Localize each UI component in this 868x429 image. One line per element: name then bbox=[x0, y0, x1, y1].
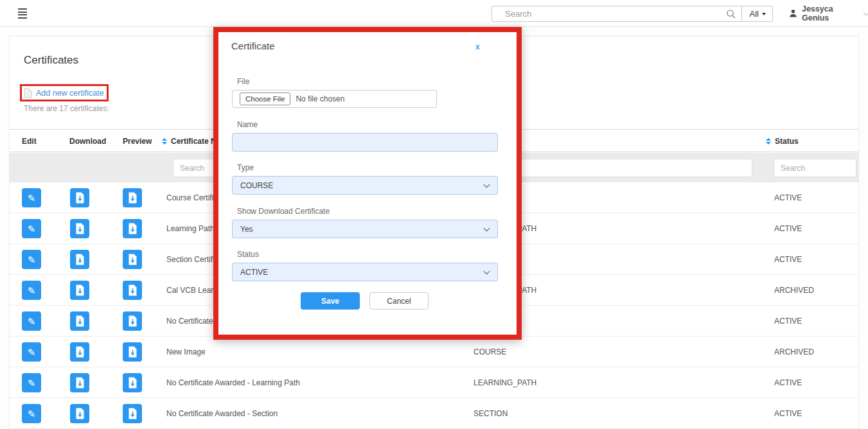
preview-button[interactable] bbox=[123, 250, 142, 269]
add-certificate-link[interactable]: Add new certificate bbox=[24, 88, 104, 98]
certificate-status: ACTIVE bbox=[774, 367, 802, 398]
file-download-icon bbox=[128, 408, 137, 419]
download-button[interactable] bbox=[70, 311, 89, 331]
edit-button[interactable]: ✎ bbox=[22, 311, 41, 331]
pencil-icon: ✎ bbox=[28, 347, 36, 357]
download-button[interactable] bbox=[70, 281, 89, 300]
choose-file-button[interactable]: Choose File bbox=[240, 92, 290, 105]
preview-button[interactable] bbox=[123, 404, 142, 423]
add-certificate-label: Add new certificate bbox=[36, 89, 104, 98]
download-button[interactable] bbox=[70, 219, 89, 238]
file-icon bbox=[24, 88, 32, 98]
download-button[interactable] bbox=[70, 188, 89, 207]
file-download-icon bbox=[128, 192, 137, 204]
chevron-down-icon bbox=[864, 10, 868, 15]
name-field[interactable] bbox=[232, 133, 498, 152]
edit-button[interactable]: ✎ bbox=[22, 250, 41, 269]
close-icon[interactable]: x bbox=[475, 42, 480, 51]
file-download-icon bbox=[75, 377, 85, 389]
chevron-down-icon bbox=[484, 182, 490, 188]
certificates-page: All Jessyca Genius Certificates Add new … bbox=[0, 0, 868, 429]
preview-button[interactable] bbox=[123, 311, 142, 331]
file-download-icon bbox=[128, 377, 137, 389]
show-download-select-value: Yes bbox=[240, 225, 253, 234]
preview-button[interactable] bbox=[123, 219, 142, 238]
header-status[interactable]: Status bbox=[766, 130, 799, 153]
certificate-status: ACTIVE bbox=[774, 213, 802, 244]
no-file-chosen-text: No file chosen bbox=[296, 94, 344, 103]
header-preview: Preview bbox=[123, 130, 152, 153]
certificate-name: Cal VCB Learn bbox=[166, 275, 218, 306]
scope-label: All bbox=[750, 9, 759, 19]
certificate-name: No Certificate Awarded - Learning Path bbox=[166, 367, 300, 398]
table-row: ✎ New Image COURSE ARCHIVED bbox=[10, 337, 858, 367]
file-download-icon bbox=[128, 346, 137, 358]
pencil-icon: ✎ bbox=[28, 317, 36, 326]
certificate-status: ACTIVE bbox=[774, 306, 802, 337]
search-icon[interactable] bbox=[726, 9, 736, 19]
certificate-name: No Certificate bbox=[166, 306, 213, 337]
edit-button[interactable]: ✎ bbox=[22, 188, 41, 207]
certificate-status: ARCHIVED bbox=[774, 275, 814, 306]
user-menu[interactable]: Jessyca Genius bbox=[789, 6, 868, 21]
download-button[interactable] bbox=[70, 373, 89, 392]
file-download-icon bbox=[75, 192, 85, 204]
topbar: All Jessyca Genius bbox=[0, 0, 868, 27]
preview-button[interactable] bbox=[123, 281, 142, 300]
download-button[interactable] bbox=[70, 404, 89, 423]
search-scope-dropdown[interactable]: All bbox=[742, 6, 772, 21]
preview-button[interactable] bbox=[123, 342, 142, 362]
edit-button[interactable]: ✎ bbox=[22, 373, 41, 392]
edit-button[interactable]: ✎ bbox=[22, 219, 41, 238]
chevron-down-icon bbox=[484, 268, 490, 275]
file-download-icon bbox=[75, 408, 85, 419]
status-select-value: ACTIVE bbox=[240, 268, 268, 277]
certificate-modal: Certificate x File Choose File No file c… bbox=[213, 27, 522, 340]
certificate-name: Section Certifi bbox=[166, 244, 215, 275]
header-download: Download bbox=[69, 130, 106, 153]
header-edit: Edit bbox=[22, 130, 37, 153]
status-label: Status bbox=[237, 250, 259, 259]
file-download-icon bbox=[128, 254, 137, 265]
show-download-label: Show Download Certificate bbox=[237, 207, 330, 216]
search-input[interactable] bbox=[492, 6, 726, 21]
show-download-select[interactable]: Yes bbox=[232, 220, 498, 238]
add-certificate-highlight: Add new certificate bbox=[20, 84, 109, 101]
pencil-icon: ✎ bbox=[28, 224, 36, 234]
table-row: ✎ No Certificate Awarded - Learning Path… bbox=[10, 367, 858, 398]
file-input[interactable]: Choose File No file chosen bbox=[232, 90, 437, 108]
cancel-button[interactable]: Cancel bbox=[369, 292, 429, 310]
save-button[interactable]: Save bbox=[301, 292, 360, 310]
user-name: Jessyca Genius bbox=[802, 4, 858, 22]
file-download-icon bbox=[75, 346, 85, 358]
edit-button[interactable]: ✎ bbox=[22, 404, 41, 423]
edit-button[interactable]: ✎ bbox=[22, 342, 41, 362]
page-title: Certificates bbox=[24, 54, 78, 67]
certificates-count: There are 17 certificates: bbox=[24, 104, 109, 113]
file-label: File bbox=[237, 77, 249, 86]
preview-button[interactable] bbox=[123, 188, 142, 207]
download-button[interactable] bbox=[70, 250, 89, 269]
file-download-icon bbox=[75, 254, 85, 265]
sort-icon bbox=[162, 138, 167, 144]
download-button[interactable] bbox=[70, 342, 89, 362]
status-select[interactable]: ACTIVE bbox=[232, 263, 498, 281]
table-row: ✎ No Certificate Awarded - Section SECTI… bbox=[10, 398, 858, 429]
certificate-name: Learning Path bbox=[166, 213, 215, 244]
file-download-icon bbox=[128, 315, 137, 327]
file-download-icon bbox=[128, 285, 137, 296]
type-label: Type bbox=[237, 163, 254, 172]
certificate-status: ACTIVE bbox=[774, 398, 802, 429]
certificate-name: Course Certific bbox=[166, 182, 217, 213]
filter-status[interactable] bbox=[774, 159, 856, 177]
caret-down-icon bbox=[762, 13, 766, 15]
certificate-type: LEARNING_PATH bbox=[474, 367, 536, 398]
certificate-type: COURSE bbox=[474, 337, 506, 367]
edit-button[interactable]: ✎ bbox=[22, 281, 41, 300]
menu-icon[interactable] bbox=[18, 8, 27, 19]
type-select[interactable]: COURSE bbox=[232, 176, 498, 195]
pencil-icon: ✎ bbox=[28, 378, 36, 388]
sort-icon bbox=[766, 138, 771, 144]
certificate-type: SECTION bbox=[474, 398, 508, 429]
preview-button[interactable] bbox=[123, 373, 142, 392]
